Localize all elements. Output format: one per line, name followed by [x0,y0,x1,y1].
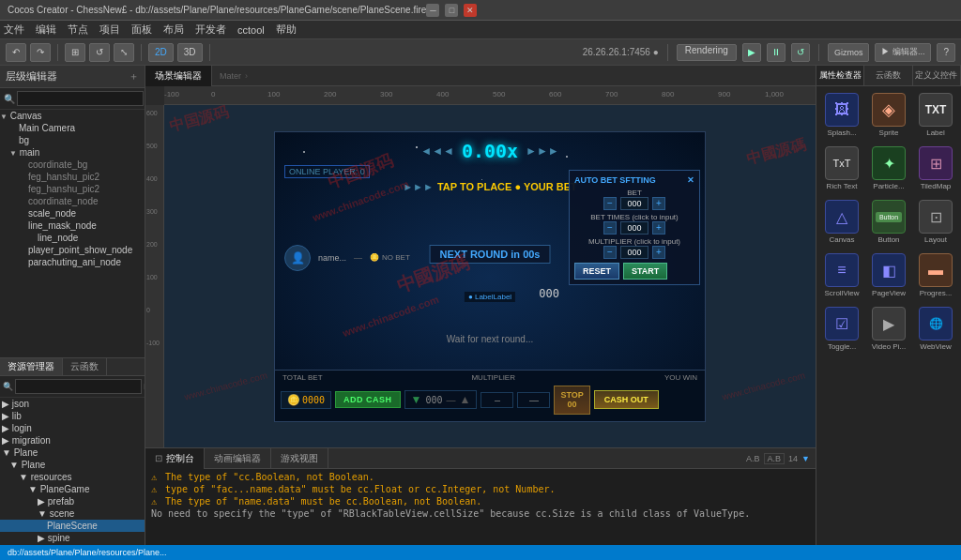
bet-arrow-down[interactable]: ▼ [411,393,422,406]
multiplier-plus[interactable]: + [652,246,665,259]
res-resources[interactable]: ▼ resources [0,471,145,483]
toolbar-undo[interactable]: ↶ [6,43,26,62]
tab-cloud-function[interactable]: 云函数 [63,358,107,375]
tree-coord-node[interactable]: coordinate_node [0,195,145,207]
tree-main-camera[interactable]: Main Camera [0,122,145,134]
widget-scrollview[interactable]: ≡ ScrollView [820,250,863,300]
res-scene[interactable]: ▼ scene [0,507,145,520]
menu-node[interactable]: 节点 [68,23,88,37]
stop-button[interactable]: STOP 00 [554,386,589,416]
menu-help[interactable]: 帮助 [276,23,297,37]
tree-feg2[interactable]: feg_hanshu_pic2 [0,183,145,195]
menu-project[interactable]: 项目 [99,23,120,37]
cashout-button[interactable]: CASH OUT [594,390,659,409]
widget-tiledmap[interactable]: ⊞ TiledMap [914,144,957,193]
tab-console[interactable]: ⊡ 控制台 [145,448,205,469]
tree-player-point[interactable]: player_point_show_node [0,244,145,256]
widget-rich-text[interactable]: TxT Rich Text [820,144,863,193]
multiplier-minus[interactable]: − [603,246,617,259]
res-json[interactable]: ▶ json [0,398,145,410]
tree-feg1[interactable]: feg_hanshu_pic2 [0,171,145,183]
tab-custom-widget[interactable]: 定义义控件 [913,66,961,85]
menu-panel[interactable]: 面板 [131,23,152,37]
widget-particle[interactable]: ✦ Particle... [867,144,910,193]
add-cash-button[interactable]: ADD CASH [335,391,401,408]
res-lib[interactable]: ▶ lib [0,410,145,422]
res-migration[interactable]: ▶ migration [0,434,145,446]
resource-search-input[interactable] [15,379,142,394]
widget-toggle[interactable]: ☑ Toggle... [820,304,863,354]
res-planegame[interactable]: ▼ PlaneGame [0,483,145,495]
hierarchy-add[interactable]: ＋ [129,69,139,83]
hierarchy-search-input[interactable] [17,91,144,106]
tab-property-inspector[interactable]: 属性检查器 [816,66,864,85]
widget-label[interactable]: TXT Label [914,90,957,140]
toolbar-help[interactable]: ? [937,43,955,62]
tab-animation-editor[interactable]: 动画编辑器 [205,448,271,469]
widget-button[interactable]: Button Button [867,197,910,247]
toolbar-gizmos[interactable]: Gizmos [828,43,870,62]
tab-game-view[interactable]: 游戏视图 [271,448,328,469]
minimize-btn[interactable]: ─ [426,4,439,17]
widget-progress[interactable]: ▬ Progres... [914,250,957,300]
tab-resource-manager[interactable]: 资源管理器 [0,358,63,375]
toolbar-preview[interactable]: ▶ 编辑器... [875,43,931,62]
toolbar-play[interactable]: ▶ [742,43,761,62]
auto-bet-close[interactable]: ✕ [687,175,694,185]
tree-canvas[interactable]: ▼ Canvas [0,110,145,122]
window-controls[interactable]: ─ □ ✕ [426,4,477,17]
res-login[interactable]: ▶ login [0,422,145,434]
toolbar-pause[interactable]: ⏸ [767,43,786,62]
menu-file[interactable]: 文件 [4,23,24,37]
reset-button[interactable]: RESET [574,263,619,280]
tree-scale-node[interactable]: scale_node [0,207,145,219]
widget-canvas[interactable]: △ Canvas [820,197,863,247]
multiplier-input-label: MULTIPLIER (click to input) [574,237,694,246]
scene-area[interactable]: -100 0 100 200 300 400 500 600 700 800 9… [145,86,816,447]
bet-arrow-up[interactable]: ▲ [460,393,471,406]
menu-layout[interactable]: 布局 [163,23,184,37]
right-panel: 属性检查器 云函数 定义义控件 🖼 Splash... ◈ Sprite TXT… [816,66,961,560]
toolbar-step[interactable]: ↺ [791,43,810,62]
toolbar-transform[interactable]: ⊞ [65,43,85,62]
widget-splash[interactable]: 🖼 Splash... [820,90,863,140]
toolbar-3d[interactable]: 3D [177,43,203,62]
scene-canvas[interactable]: 中国源码 www.chinacode.com 中國源碼 www.chinacod… [164,105,816,447]
toolbar-rendering[interactable]: Rendering [677,44,737,61]
close-btn[interactable]: ✕ [464,4,477,17]
you-win-label: YOU WIN [664,373,697,382]
res-planescene[interactable]: PlaneScene [0,520,145,532]
res-plane[interactable]: ▼ Plane [0,446,145,459]
widget-layout[interactable]: ⊡ Layout [914,197,957,247]
tree-line-node[interactable]: line_node [0,232,145,244]
widget-sprite[interactable]: ◈ Sprite [867,90,910,140]
widget-pageview[interactable]: ◧ PageView [867,250,910,300]
toolbar-rotate[interactable]: ↺ [89,43,110,62]
tree-coordinate-bg[interactable]: coordinate_bg [0,159,145,171]
tree-bg[interactable]: bg [0,134,145,146]
tab-cloud[interactable]: 云函数 [864,66,912,85]
menu-devtools[interactable]: 开发者 [195,23,226,37]
bet-times-plus[interactable]: + [652,221,665,235]
bet-plus-btn[interactable]: + [652,197,665,210]
menu-cctool[interactable]: cctool [237,24,265,36]
tab-scene-editor[interactable]: 场景编辑器 [145,66,212,86]
maximize-btn[interactable]: □ [445,4,458,17]
widget-video[interactable]: ▶ Video Pi... [867,304,910,354]
tree-line-mask[interactable]: line_mask_node [0,219,145,232]
toolbar-scale[interactable]: ⤡ [114,43,134,62]
toolbar-redo[interactable]: ↷ [30,43,51,62]
toolbar-2d[interactable]: 2D [148,43,174,62]
bet-times-minus[interactable]: − [603,221,617,235]
res-filter-icon[interactable]: ⊞ [144,382,145,391]
menu-edit[interactable]: 编辑 [36,23,56,37]
tree-main[interactable]: ▼ main [0,146,145,159]
webview-icon: 🌐 [919,307,953,341]
start-button[interactable]: START [623,263,667,280]
bet-minus-btn[interactable]: − [603,197,617,210]
tree-parachuting[interactable]: parachuting_ani_node [0,256,145,268]
res-plane-inner[interactable]: ▼ Plane [0,459,145,471]
res-spine[interactable]: ▶ spine [0,532,145,544]
widget-webview[interactable]: 🌐 WebView [914,304,957,354]
res-prefab[interactable]: ▶ prefab [0,495,145,507]
